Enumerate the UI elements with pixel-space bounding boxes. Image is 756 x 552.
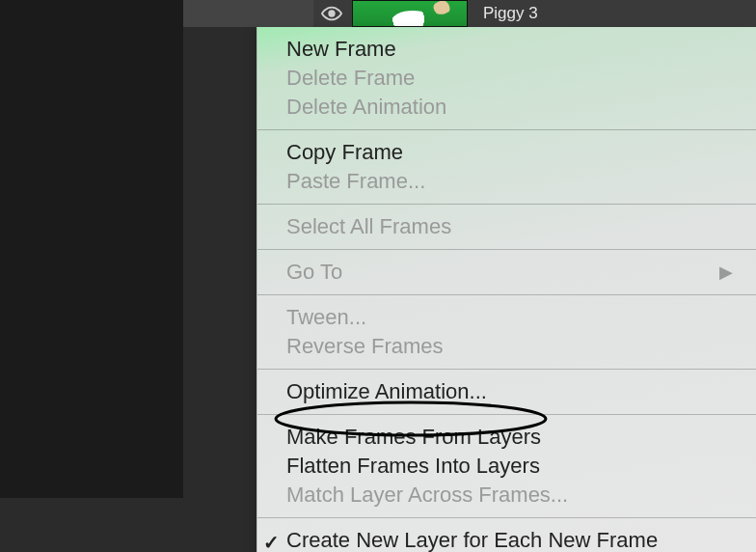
menu-group-optimize: Optimize Animation... <box>257 370 756 415</box>
left-panel <box>0 0 183 498</box>
menu-select-all-frames: Select All Frames <box>257 212 756 241</box>
menu-flatten-frames-into-layers[interactable]: Flatten Frames Into Layers <box>257 452 756 481</box>
layer-thumbnail[interactable] <box>352 0 468 27</box>
menu-group-copy-paste: Copy Frame Paste Frame... <box>257 130 756 205</box>
layer-row[interactable]: Piggy 3 <box>313 0 756 27</box>
app-root: Piggy 3 New Frame Delete Frame Delete An… <box>0 0 756 552</box>
menu-group-goto: Go To ▶ <box>257 250 756 295</box>
menu-group-frame-ops: New Frame Delete Frame Delete Animation <box>257 27 756 130</box>
menu-label: Select All Frames <box>286 212 451 241</box>
menu-label: New Frame <box>286 35 396 64</box>
menu-optimize-animation[interactable]: Optimize Animation... <box>257 377 756 406</box>
menu-go-to: Go To ▶ <box>257 258 756 287</box>
menu-label: Go To <box>286 258 342 287</box>
menu-label: Optimize Animation... <box>286 377 487 406</box>
checkmark-icon: ✓ <box>263 528 280 552</box>
menu-label: Reverse Frames <box>286 332 444 361</box>
menu-delete-frame: Delete Frame <box>257 64 756 93</box>
menu-new-frame[interactable]: New Frame <box>257 35 756 64</box>
menu-group-layers: Make Frames From Layers Flatten Frames I… <box>257 415 756 518</box>
menu-label: Paste Frame... <box>286 167 425 196</box>
menu-label: Match Layer Across Frames... <box>286 481 568 510</box>
menu-delete-animation: Delete Animation <box>257 93 756 122</box>
menu-match-layer-across-frames: Match Layer Across Frames... <box>257 481 756 510</box>
menu-label: Flatten Frames Into Layers <box>286 452 540 481</box>
submenu-arrow-icon: ▶ <box>719 258 739 287</box>
layer-name: Piggy 3 <box>483 4 538 23</box>
menu-label: Delete Animation <box>286 93 446 122</box>
timeline-context-menu: New Frame Delete Frame Delete Animation … <box>256 27 756 552</box>
menu-group-tween: Tween... Reverse Frames <box>257 295 756 370</box>
menu-reverse-frames: Reverse Frames <box>257 332 756 361</box>
menu-label: Tween... <box>286 303 366 332</box>
visibility-eye-icon[interactable] <box>321 3 342 24</box>
menu-group-select: Select All Frames <box>257 205 756 250</box>
menu-group-toggles: ✓ Create New Layer for Each New Frame ✓ … <box>257 518 756 552</box>
menu-create-new-layer-each-frame[interactable]: ✓ Create New Layer for Each New Frame <box>257 526 756 552</box>
menu-label: Create New Layer for Each New Frame <box>286 526 658 552</box>
menu-label: Delete Frame <box>286 64 415 93</box>
menu-label: Make Frames From Layers <box>286 423 541 452</box>
svg-point-0 <box>329 11 335 16</box>
menu-make-frames-from-layers[interactable]: Make Frames From Layers <box>257 423 756 452</box>
menu-label: Copy Frame <box>286 138 403 167</box>
menu-paste-frame: Paste Frame... <box>257 167 756 196</box>
menu-tween: Tween... <box>257 303 756 332</box>
menu-copy-frame[interactable]: Copy Frame <box>257 138 756 167</box>
